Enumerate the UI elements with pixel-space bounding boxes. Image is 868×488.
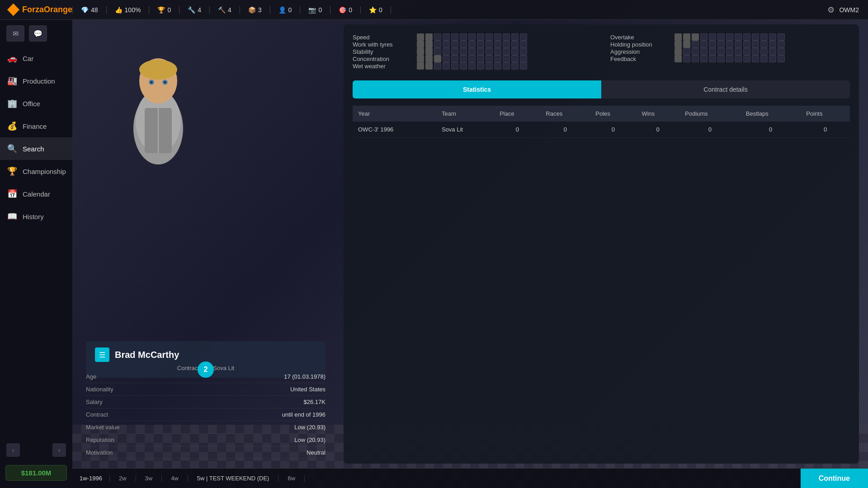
skill-bar-empty — [709, 41, 716, 48]
sidebar-item-production[interactable]: 🏭Production — [0, 70, 72, 92]
skill-bar-empty — [477, 48, 484, 55]
skill-row-work-with-tyres: Work with tyres — [353, 41, 592, 48]
chat-button[interactable]: 💬 — [29, 25, 47, 42]
table-cell-podiums: 0 — [679, 122, 741, 138]
skill-bar-empty — [443, 62, 450, 70]
col-header-points: Points — [801, 106, 850, 122]
sidebar-item-office[interactable]: 🏢Office — [0, 92, 72, 115]
settings-icon[interactable]: ⚙ — [827, 5, 835, 15]
skill-bar-empty — [486, 55, 493, 62]
skill-bar-empty — [717, 41, 725, 48]
topbar-stat-mechanics: 🔧4 — [179, 6, 210, 14]
driver-figure — [95, 29, 222, 192]
table-cell-points: 0 — [801, 122, 850, 138]
finance-nav-icon: 💰 — [7, 121, 17, 131]
driver-avatar — [108, 33, 208, 187]
svg-point-7 — [164, 81, 166, 84]
skill-bar-filled — [675, 48, 682, 55]
timeline-week-6w[interactable]: 6w — [278, 475, 305, 482]
championship-nav-icon: 🏆 — [7, 166, 17, 176]
col-header-poles: Poles — [590, 106, 636, 122]
topbar-stat-star: ⭐0 — [361, 6, 391, 14]
skill-bar-filled — [434, 55, 441, 62]
skill-bar-empty — [468, 48, 476, 55]
sidebar: ✉ 💬 🚗Car🏭Production🏢Office💰Finance🔍Searc… — [0, 20, 72, 488]
skill-bar-empty — [726, 55, 733, 62]
sidebar-item-calendar[interactable]: 📅Calendar — [0, 183, 72, 205]
driver-details: Age 17 (01.03.1978) Nationality United S… — [86, 371, 326, 459]
skill-row-feedback: Feedback — [610, 55, 850, 62]
skill-bar-empty — [709, 48, 716, 55]
detail-row-contract: Contract until end of 1996 — [86, 408, 326, 421]
skill-bar-empty — [451, 41, 458, 48]
tab-statistics[interactable]: Statistics — [353, 80, 601, 99]
skill-bar-empty — [735, 55, 742, 62]
skill-row-holding-position: Holding position — [610, 41, 850, 48]
skill-bar-empty — [717, 33, 725, 41]
skill-bar-empty — [443, 33, 450, 41]
table-cell-team: Sova Lit — [436, 122, 494, 138]
target-value: 0 — [349, 6, 352, 14]
col-header-year: Year — [353, 106, 436, 122]
skill-bar-empty — [520, 33, 527, 41]
skill-bar-filled — [417, 41, 424, 48]
driver-number: 2 — [204, 366, 208, 374]
sidebar-item-championship[interactable]: 🏆Championship — [0, 160, 72, 183]
sidebar-item-history[interactable]: 📖History — [0, 205, 72, 228]
topbar-stats: 💎48👍100%🏆0🔧4🔨4📦3👤0📷0🎯0⭐0 — [72, 6, 827, 14]
tools-icon: 🔨 — [218, 6, 226, 14]
skill-bar-filled — [675, 41, 682, 48]
topbar-stat-diamonds: 💎48 — [72, 6, 107, 14]
parts-icon: 📦 — [248, 6, 256, 14]
sidebar-icons: ✉ 💬 — [0, 20, 72, 47]
sidebar-item-search[interactable]: 🔍Search — [0, 137, 72, 160]
skills-right-col: OvertakeHolding positionAggressionFeedba… — [610, 33, 850, 70]
timeline: 1w-1996 2w3w4w5w | TEST WEEKEND (DE)6w C… — [72, 468, 868, 488]
skill-bar-empty — [511, 62, 519, 70]
nationality-label: Nationality — [86, 386, 113, 393]
topbar-right: ⚙ OWM2 — [827, 5, 868, 15]
skill-bar-empty — [443, 48, 450, 55]
skill-bar-filled — [683, 41, 690, 48]
sidebar-item-finance[interactable]: 💰Finance — [0, 115, 72, 137]
skill-row-stability: Stability — [353, 48, 592, 55]
detail-row-nationality: Nationality United States — [86, 383, 326, 396]
skill-bar-empty — [460, 62, 467, 70]
mechanics-value: 4 — [198, 6, 201, 14]
skill-label: Work with tyres — [353, 41, 411, 48]
svg-point-6 — [150, 81, 153, 84]
continue-button[interactable]: Continue — [801, 469, 868, 488]
arrow-right[interactable]: › — [52, 443, 66, 457]
skill-bar-empty — [778, 33, 785, 41]
trophies-icon: 🏆 — [157, 6, 165, 14]
skill-bar-empty — [769, 41, 776, 48]
market-label: Market value — [86, 424, 119, 431]
motivation-value: Neutral — [307, 449, 326, 456]
skill-bar-empty — [434, 33, 441, 41]
timeline-week-3w[interactable]: 3w — [136, 475, 162, 482]
topbar-stat-approval: 👍100% — [107, 6, 150, 14]
balance-display[interactable]: $181.00M — [5, 465, 67, 481]
skill-bar-empty — [760, 48, 768, 55]
table-cell-wins: 0 — [636, 122, 679, 138]
col-header-races: Races — [540, 106, 590, 122]
skill-bar-empty — [477, 55, 484, 62]
mail-button[interactable]: ✉ — [6, 25, 24, 42]
timeline-week-4w[interactable]: 4w — [162, 475, 188, 482]
championship-nav-label: Championship — [23, 168, 66, 175]
skill-bar-empty — [494, 48, 501, 55]
skill-row-overtake: Overtake — [610, 33, 850, 41]
skill-bar-empty — [503, 33, 510, 41]
skill-bar-empty — [477, 62, 484, 70]
tab-contract-details[interactable]: Contract details — [601, 80, 850, 99]
skill-bar-empty — [735, 33, 742, 41]
skill-bar-filled — [683, 33, 690, 41]
arrow-left[interactable]: ‹ — [6, 443, 20, 457]
salary-label: Salary — [86, 399, 103, 405]
logo: ForzaOrange — [0, 4, 72, 16]
skill-label: Stability — [353, 48, 411, 55]
approval-value: 100% — [125, 6, 141, 14]
skill-bar-empty — [760, 55, 768, 62]
timeline-week-2w[interactable]: 2w — [110, 475, 136, 482]
sidebar-item-car[interactable]: 🚗Car — [0, 47, 72, 70]
